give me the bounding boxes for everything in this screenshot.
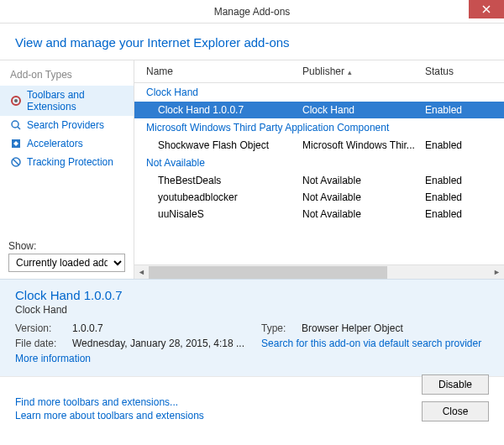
titlebar: Manage Add-ons <box>0 0 504 24</box>
version-label: Version: <box>15 322 66 334</box>
table-row[interactable]: uuNisaleS Not Available Enabled <box>134 206 504 222</box>
svg-line-3 <box>18 127 20 129</box>
addon-list: Clock Hand Clock Hand 1.0.0.7 Clock Hand… <box>134 83 504 264</box>
scroll-left-icon[interactable]: ◄ <box>134 266 149 279</box>
more-info-link[interactable]: More information <box>15 353 244 364</box>
window-title: Manage Add-ons <box>214 6 291 18</box>
group-header: Not Available <box>134 154 504 172</box>
group-header: Clock Hand <box>134 83 504 102</box>
cell-status: Enabled <box>420 104 504 116</box>
table-row[interactable]: Clock Hand 1.0.0.7 Clock Hand Enabled <box>134 102 504 118</box>
accelerator-icon <box>10 138 22 149</box>
close-window-button[interactable] <box>469 0 504 18</box>
cell-name: Clock Hand 1.0.0.7 <box>134 104 302 116</box>
sidebar-item-accelerators[interactable]: Accelerators <box>0 134 134 153</box>
details-subtitle: Clock Hand <box>15 304 489 316</box>
table-row[interactable]: youtubeadblocker Not Available Enabled <box>134 189 504 206</box>
content: Name Publisher Status Clock Hand Clock H… <box>134 60 504 279</box>
cell-status: Enabled <box>420 191 504 203</box>
col-header-publisher[interactable]: Publisher <box>302 65 420 77</box>
scroll-right-icon[interactable]: ► <box>490 266 504 279</box>
show-select[interactable]: Currently loaded add-ons <box>8 254 125 272</box>
cell-status: Enabled <box>420 208 504 220</box>
scroll-track[interactable] <box>149 266 490 279</box>
main-area: Add-on Types Toolbars and Extensions Sea… <box>0 60 504 279</box>
filedate-label: File date: <box>15 338 66 349</box>
cell-status: Enabled <box>420 139 504 151</box>
show-section: Show: Currently loaded add-ons <box>0 240 134 279</box>
filedate-value: Wednesday, January 28, 2015, 4:18 ... <box>72 338 244 349</box>
search-addon-link[interactable]: Search for this add-on via default searc… <box>261 338 481 349</box>
learn-more-link[interactable]: Learn more about toolbars and extensions <box>15 410 204 421</box>
svg-point-2 <box>12 121 18 128</box>
cell-publisher: Not Available <box>302 208 420 220</box>
sidebar-item-toolbars[interactable]: Toolbars and Extensions <box>0 86 134 116</box>
column-headers: Name Publisher Status <box>134 60 504 83</box>
type-value: Browser Helper Object <box>302 322 403 334</box>
cell-name: uuNisaleS <box>134 208 302 220</box>
col-header-name[interactable]: Name <box>134 65 302 77</box>
scroll-thumb[interactable] <box>149 266 387 279</box>
cell-publisher: Not Available <box>302 175 420 186</box>
footer: Find more toolbars and extensions... Lea… <box>0 376 504 432</box>
col-header-status[interactable]: Status <box>420 65 504 77</box>
sidebar: Add-on Types Toolbars and Extensions Sea… <box>0 60 134 279</box>
gear-icon <box>10 95 22 107</box>
details-pane: Clock Hand 1.0.0.7 Clock Hand Version: 1… <box>0 279 504 376</box>
close-button[interactable]: Close <box>422 401 489 421</box>
cell-status: Enabled <box>420 175 504 186</box>
version-value: 1.0.0.7 <box>72 322 103 334</box>
sidebar-item-tracking[interactable]: Tracking Protection <box>0 153 134 171</box>
details-title: Clock Hand 1.0.0.7 <box>15 288 489 302</box>
search-icon <box>10 119 22 131</box>
sidebar-item-label: Search Providers <box>27 119 104 131</box>
table-row[interactable]: Shockwave Flash Object Microsoft Windows… <box>134 137 504 154</box>
cell-publisher: Clock Hand <box>302 104 420 116</box>
sidebar-item-label: Accelerators <box>27 138 83 149</box>
type-label: Type: <box>261 322 295 334</box>
cell-name: Shockwave Flash Object <box>134 139 302 151</box>
sidebar-item-label: Toolbars and Extensions <box>27 89 123 113</box>
group-header: Microsoft Windows Third Party Applicatio… <box>134 118 504 137</box>
cell-publisher: Not Available <box>302 191 420 203</box>
block-icon <box>10 156 22 168</box>
cell-publisher: Microsoft Windows Thir... <box>302 139 420 151</box>
horizontal-scrollbar[interactable]: ◄ ► <box>134 264 504 279</box>
sidebar-item-search[interactable]: Search Providers <box>0 116 134 134</box>
close-icon <box>482 5 491 13</box>
svg-point-1 <box>14 99 18 102</box>
cell-name: TheBestDeals <box>134 175 302 186</box>
header: View and manage your Internet Explorer a… <box>0 24 504 60</box>
show-label: Show: <box>8 240 125 252</box>
cell-name: youtubeadblocker <box>134 191 302 203</box>
header-text: View and manage your Internet Explorer a… <box>15 35 489 50</box>
svg-line-6 <box>13 160 19 165</box>
table-row[interactable]: TheBestDeals Not Available Enabled <box>134 172 504 189</box>
disable-button[interactable]: Disable <box>422 374 489 395</box>
find-more-link[interactable]: Find more toolbars and extensions... <box>15 396 204 408</box>
sidebar-title: Add-on Types <box>0 69 134 86</box>
sidebar-item-label: Tracking Protection <box>27 156 113 168</box>
